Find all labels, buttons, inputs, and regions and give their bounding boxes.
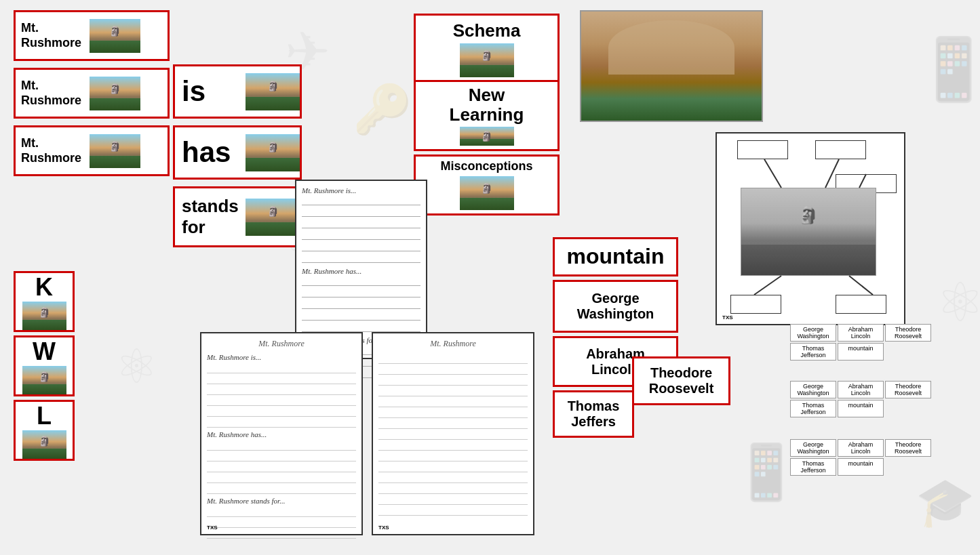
kwl-l-letter: L: [37, 402, 52, 430]
svg-line-3: [754, 276, 781, 295]
word-card-has: has: [173, 125, 302, 180]
word-card-stands: stands for: [173, 186, 302, 247]
ws1-line3: Mt. Rushmore stands for...: [207, 497, 356, 505]
mt-img-2: [90, 77, 140, 110]
misconceptions-card: Misconceptions: [414, 155, 560, 215]
kwl-k-img: [22, 302, 66, 330]
label-grid-1: GeorgeWashington AbrahamLincoln Theodore…: [790, 324, 931, 361]
kwl-w-card: W: [14, 335, 75, 396]
mt-label-3: Mt. Rushmore: [16, 133, 87, 168]
kwl-k-letter: K: [35, 273, 53, 302]
ws1-footer: TXS: [207, 525, 218, 531]
word-stands: stands for: [175, 192, 246, 241]
mt-label-2: Mt. Rushmore: [16, 76, 87, 110]
schema-card: Schema: [414, 14, 560, 85]
lg1-r1c1: GeorgeWashington: [790, 324, 836, 342]
lg3-r1c1: GeorgeWashington: [790, 439, 836, 457]
vocab-jefferson: ThomasJeffers: [553, 390, 634, 438]
schema-label: Schema: [453, 21, 521, 41]
vocab-george-text: GeorgeWashington: [577, 291, 654, 322]
label-grid-2: GeorgeWashington AbrahamLincoln Theodore…: [790, 381, 931, 417]
svg-line-0: [764, 159, 781, 188]
diag-box-5: [836, 295, 886, 314]
lg1-r2c2: mountain: [838, 343, 884, 361]
lg1-r2c1: ThomasJefferson: [790, 343, 836, 361]
word-is-img: [246, 73, 300, 110]
diag-center-photo: [741, 188, 876, 276]
word-has: has: [175, 133, 246, 172]
lg2-r2c1: ThomasJefferson: [790, 400, 836, 417]
diag-box-2: [815, 140, 866, 159]
new-learning-label: NewLearning: [450, 85, 524, 124]
mt-card-1: Mt. Rushmore: [14, 10, 170, 61]
vocab-mountain-text: mountain: [567, 245, 665, 268]
ws2-footer: TXS: [378, 525, 389, 531]
vocab-roosevelt: TheodoreRoosevelt: [632, 356, 730, 405]
word-stands-img: [246, 199, 300, 236]
schema-img: [460, 43, 514, 77]
lg1-r1c3: TheodoreRoosevelt: [885, 324, 931, 342]
vocab-roosevelt-text: TheodoreRoosevelt: [649, 365, 714, 396]
lg2-r1c2: AbrahamLincoln: [838, 381, 884, 398]
diag-box-1: [737, 140, 788, 159]
ws2-title: Mt. Rushmore: [378, 339, 528, 349]
word-is: is: [175, 72, 246, 111]
diagram-worksheet: TXS: [716, 132, 905, 325]
misconceptions-label: Misconceptions: [440, 160, 532, 173]
diagram-footer: TXS: [722, 314, 733, 321]
lg2-r1c3: TheodoreRoosevelt: [885, 381, 931, 398]
lg3-r2c2: mountain: [838, 458, 884, 476]
kwl-w-img: [22, 366, 66, 394]
lg2-r2c2: mountain: [838, 400, 884, 417]
label-grid-3: GeorgeWashington AbrahamLincoln Theodore…: [790, 439, 931, 476]
mt-label-1: Mt. Rushmore: [16, 18, 87, 53]
ws1-line1: Mt. Rushmore is...: [207, 353, 356, 361]
mt-img-3: [90, 134, 140, 168]
word-has-img: [246, 134, 300, 171]
vocab-mountain: mountain: [553, 237, 678, 276]
mt-card-2: Mt. Rushmore: [14, 68, 170, 119]
kwl-l-img: [22, 430, 66, 459]
lg2-r1c1: GeorgeWashington: [790, 381, 836, 398]
word-card-is: is: [173, 64, 302, 119]
ws1-title: Mt. Rushmore: [207, 339, 356, 349]
small-worksheet-2: Mt. Rushmore TXS: [372, 332, 534, 535]
ws-line2: Mt. Rushmore has...: [302, 267, 420, 275]
lg3-r1c2: AbrahamLincoln: [838, 439, 884, 457]
new-learning-img: [460, 127, 514, 146]
lg1-r1c2: AbrahamLincoln: [838, 324, 884, 342]
ws-line1: Mt. Rushmore is...: [302, 186, 420, 194]
mt-card-3: Mt. Rushmore: [14, 125, 170, 176]
kwl-k-card: K: [14, 271, 75, 332]
lg3-r2c1: ThomasJefferson: [790, 458, 836, 476]
large-rushmore-photo: [580, 10, 763, 122]
diag-box-4: [730, 295, 781, 314]
kwl-w-letter: W: [33, 337, 56, 366]
vocab-george: GeorgeWashington: [553, 280, 678, 333]
ws1-line2: Mt. Rushmore has...: [207, 430, 356, 438]
svg-line-4: [849, 276, 873, 295]
vocab-jefferson-text: ThomasJeffers: [568, 398, 620, 430]
misconceptions-img: [460, 176, 514, 210]
kwl-l-card: L: [14, 400, 75, 461]
mt-img-1: [90, 19, 140, 53]
new-learning-card: NewLearning: [414, 80, 560, 151]
small-worksheet-1: Mt. Rushmore Mt. Rushmore is... Mt. Rush…: [200, 332, 363, 535]
lg3-r1c3: TheodoreRoosevelt: [885, 439, 931, 457]
